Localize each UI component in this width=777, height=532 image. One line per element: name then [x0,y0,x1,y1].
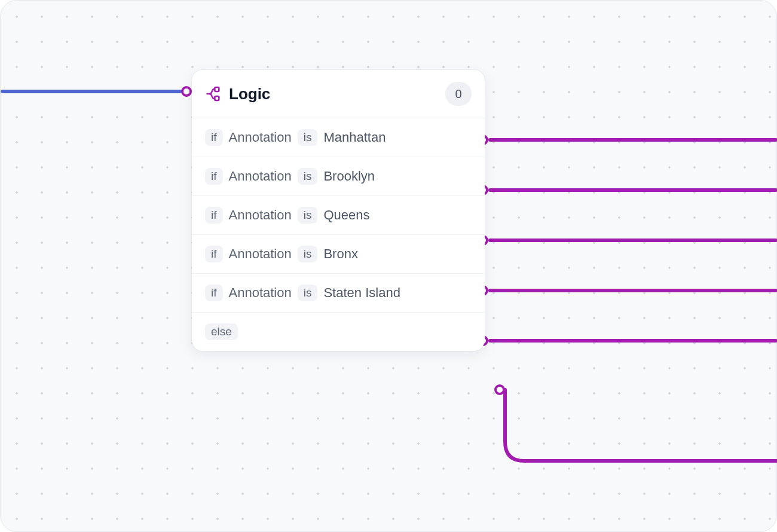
logic-node[interactable]: Logic 0 if Annotation is Manhattan if An… [192,70,485,351]
node-title: Logic [229,85,445,103]
keyword-chip: if [205,207,223,224]
keyword-chip: if [205,285,223,301]
rule-field: Annotation [229,130,292,145]
rule-field: Annotation [229,169,292,184]
rule-row[interactable]: if Annotation is Queens [192,196,485,235]
else-edge [500,388,777,472]
operator-chip: is [298,285,318,301]
rule-field: Annotation [229,207,292,223]
node-count-badge: 0 [445,82,472,106]
operator-chip: is [298,129,318,146]
rule-value: Queens [323,207,369,223]
keyword-chip: if [205,246,223,262]
keyword-chip: if [205,168,223,185]
rule-value: Staten Island [323,285,400,301]
operator-chip: is [298,168,318,185]
rule-field: Annotation [229,246,292,262]
node-input-port[interactable] [181,86,192,97]
rule-row[interactable]: if Annotation is Brooklyn [192,157,485,196]
workflow-canvas[interactable]: Logic 0 if Annotation is Manhattan if An… [0,0,777,532]
rule-value: Bronx [323,246,357,262]
else-chip: else [205,323,238,340]
rule-row[interactable]: if Annotation is Staten Island [192,274,485,313]
operator-chip: is [298,246,318,262]
rule-value: Manhattan [323,130,386,145]
node-header: Logic 0 [192,70,485,118]
operator-chip: is [298,207,318,224]
rule-row[interactable]: if Annotation is Manhattan [192,118,485,157]
svg-rect-0 [215,87,219,91]
rule-value: Brooklyn [323,169,375,184]
rule-4-edge [488,289,777,292]
rule-1-edge [488,138,777,142]
rule-field: Annotation [229,285,292,301]
rule-3-edge [488,239,777,242]
rule-5-edge [488,339,777,343]
incoming-edge [1,90,182,93]
else-row[interactable]: else [192,313,485,351]
svg-rect-1 [215,96,219,100]
rule-2-edge [488,188,777,192]
rule-row[interactable]: if Annotation is Bronx [192,235,485,274]
keyword-chip: if [205,129,223,146]
branch-icon [205,85,222,102]
